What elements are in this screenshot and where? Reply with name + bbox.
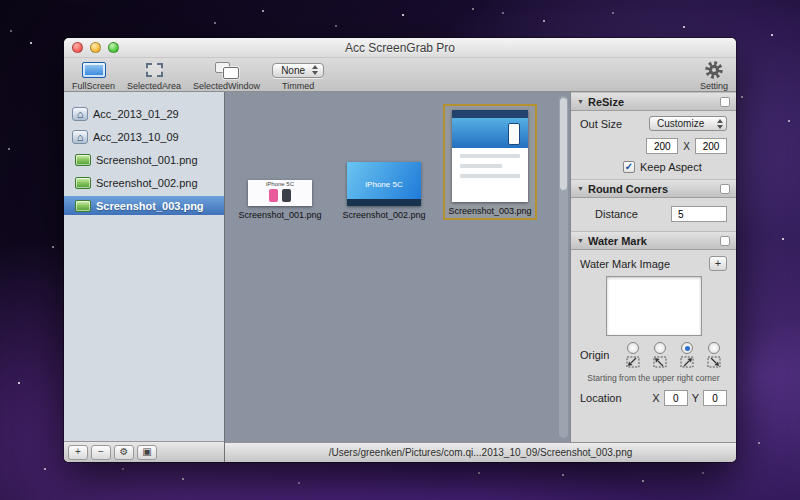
trimmed-popup-button[interactable]: None: [272, 63, 324, 78]
starfield: [0, 0, 2, 2]
round-corners-enable-checkbox[interactable]: [720, 184, 730, 194]
location-label: Location: [580, 392, 622, 404]
location-x-field[interactable]: [664, 390, 688, 406]
add-watermark-image-button[interactable]: +: [709, 256, 727, 271]
trimmed-label: Timmed: [282, 81, 314, 91]
gear-icon: [704, 60, 724, 80]
app-window: Acc ScreenGrab Pro FullScreen SelectedAr…: [64, 38, 736, 462]
resize-title: ReSize: [588, 96, 624, 108]
inspector-panel: ▼ ReSize Out Size Customize: [570, 92, 736, 442]
watermark-section-header[interactable]: ▼ Water Mark: [571, 231, 736, 250]
remove-button[interactable]: −: [91, 445, 111, 460]
sidebar-file-screenshot-001[interactable]: Screenshot_001.png: [64, 150, 224, 169]
trimmed-popup-value: None: [281, 65, 305, 76]
add-button[interactable]: +: [68, 445, 88, 460]
watermark-preview: [606, 276, 702, 336]
height-field[interactable]: [695, 138, 727, 154]
thumbnail-screenshot-001[interactable]: iPhone 5C Screenshot_001.png: [235, 180, 325, 220]
sidebar-folder-acc-2013-01-29[interactable]: ⌂ Acc_2013_01_29: [64, 104, 224, 123]
origin-radio-top-left[interactable]: [654, 342, 666, 354]
distance-label: Distance: [595, 208, 638, 220]
out-size-popup[interactable]: Customize: [649, 116, 727, 131]
desktop: { "window": { "title": "Acc ScreenGrab P…: [0, 0, 800, 500]
image-file-icon: [75, 154, 91, 166]
origin-hint: Starting from the upper right corner: [571, 370, 736, 383]
selected-area-label: SelectedArea: [127, 81, 181, 91]
width-field[interactable]: [646, 138, 678, 154]
minimize-button[interactable]: [90, 42, 101, 53]
watermark-image-label: Water Mark Image: [580, 258, 670, 270]
home-folder-icon: ⌂: [72, 130, 88, 144]
setting-button[interactable]: Setting: [700, 60, 728, 91]
watermark-enable-checkbox[interactable]: [720, 236, 730, 246]
toolbar: FullScreen SelectedArea SelectedWindow N…: [64, 58, 736, 92]
selected-window-label: SelectedWindow: [193, 81, 260, 91]
sidebar-folder-acc-2013-10-09[interactable]: ⌂ Acc_2013_10_09: [64, 127, 224, 146]
disclosure-triangle-icon[interactable]: ▼: [577, 98, 584, 105]
out-size-label: Out Size: [580, 118, 622, 130]
thumbnail-image: iPhone 5C: [347, 162, 421, 206]
thumbnail-caption: iPhone 5C: [248, 181, 312, 187]
vertical-scrollbar[interactable]: [559, 96, 568, 438]
round-corners-section-header[interactable]: ▼ Round Corners: [571, 179, 736, 198]
scrollbar-thumb[interactable]: [560, 98, 567, 190]
zoom-button[interactable]: [108, 42, 119, 53]
disclosure-triangle-icon[interactable]: ▼: [577, 237, 584, 244]
origin-radio-bottom-left[interactable]: [627, 342, 639, 354]
out-size-value: Customize: [657, 118, 704, 129]
thumbnail-label: Screenshot_002.png: [342, 210, 425, 220]
origin-top-left-icon: [653, 356, 667, 368]
location-y-field[interactable]: [703, 390, 727, 406]
origin-bottom-left-icon: [626, 356, 640, 368]
sidebar-list: ⌂ Acc_2013_01_29 ⌂ Acc_2013_10_09 Screen…: [64, 92, 224, 441]
title-bar[interactable]: Acc ScreenGrab Pro: [64, 38, 736, 58]
resize-section-header[interactable]: ▼ ReSize: [571, 92, 736, 111]
origin-bottom-right-icon: [707, 356, 721, 368]
popup-arrows-icon: [312, 65, 318, 75]
resize-enable-checkbox[interactable]: [720, 97, 730, 107]
file-label: Screenshot_002.png: [96, 177, 198, 189]
thumbnail-grid: iPhone 5C Screenshot_001.png iPhone 5C S…: [225, 92, 570, 442]
folder-label: Acc_2013_01_29: [93, 108, 179, 120]
thumbnail-label: Screenshot_001.png: [238, 210, 321, 220]
round-corners-title: Round Corners: [588, 183, 668, 195]
thumbnail-label: Screenshot_003.png: [448, 206, 531, 216]
popup-arrows-icon: [717, 119, 723, 129]
selected-area-capture-button[interactable]: SelectedArea: [127, 60, 181, 91]
fullscreen-label: FullScreen: [72, 81, 115, 91]
thumbnail-image: [452, 110, 528, 202]
sidebar-file-screenshot-002[interactable]: Screenshot_002.png: [64, 173, 224, 192]
location-y-label: Y: [692, 392, 699, 404]
action-menu-button[interactable]: ⚙: [114, 445, 134, 460]
thumbnail-caption: iPhone 5C: [365, 180, 402, 189]
thumbnail-screenshot-003[interactable]: Screenshot_003.png: [443, 104, 537, 220]
keep-aspect-checkbox[interactable]: ✓: [623, 161, 635, 173]
disclosure-triangle-icon[interactable]: ▼: [577, 185, 584, 192]
watermark-title: Water Mark: [588, 235, 647, 247]
origin-radio-bottom-right[interactable]: [708, 342, 720, 354]
view-toggle-button[interactable]: ▣: [137, 445, 157, 460]
traffic-lights: [72, 42, 119, 53]
thumbnail-screenshot-002[interactable]: iPhone 5C Screenshot_002.png: [339, 162, 429, 220]
image-file-icon: [75, 200, 91, 212]
sidebar-file-screenshot-003[interactable]: Screenshot_003.png: [64, 196, 224, 215]
close-button[interactable]: [72, 42, 83, 53]
selected-window-capture-button[interactable]: SelectedWindow: [193, 60, 260, 91]
origin-top-right-icon: [680, 356, 694, 368]
origin-radio-top-right[interactable]: [681, 342, 693, 354]
distance-field[interactable]: [671, 206, 727, 222]
file-label: Screenshot_003.png: [96, 200, 204, 212]
window-title: Acc ScreenGrab Pro: [345, 41, 455, 55]
setting-label: Setting: [700, 81, 728, 91]
size-separator: X: [683, 141, 690, 152]
status-bar: /Users/greenken/Pictures/com.qi...2013_1…: [225, 442, 736, 462]
origin-label: Origin: [580, 349, 609, 361]
selection-area-icon: [146, 63, 163, 77]
fullscreen-capture-button[interactable]: FullScreen: [72, 60, 115, 91]
fullscreen-icon: [82, 62, 106, 78]
trimmed-popup-group: None Timmed: [272, 60, 324, 91]
home-folder-icon: ⌂: [72, 107, 88, 121]
folder-label: Acc_2013_10_09: [93, 131, 179, 143]
sidebar: ⌂ Acc_2013_01_29 ⌂ Acc_2013_10_09 Screen…: [64, 92, 225, 462]
sidebar-footer: + − ⚙ ▣: [64, 441, 224, 462]
